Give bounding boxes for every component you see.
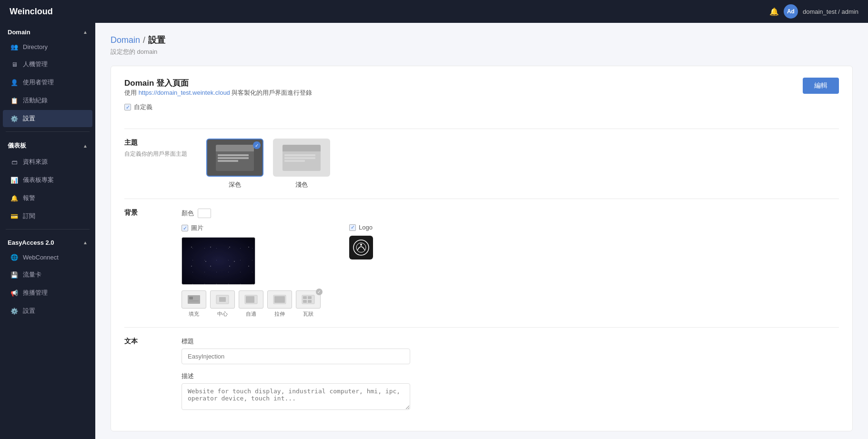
layout-center[interactable]: 中心 (210, 290, 235, 318)
layout-tile[interactable]: 瓦狀 ✓ (296, 290, 321, 318)
sidebar-item-subscription[interactable]: 💳 訂閱 (3, 208, 92, 225)
avatar: Ad (784, 4, 798, 19)
subtitle-prefix: 使用 (124, 89, 139, 96)
subscription-icon: 💳 (10, 213, 18, 220)
theme-dark-preview: ✓ (206, 139, 263, 177)
bg-image-col: ✓ 圖片 (182, 224, 321, 318)
svg-rect-13 (308, 300, 312, 303)
sidebar-item-dashboard-project[interactable]: 📊 儀表板專案 (3, 171, 92, 189)
line2 (218, 157, 249, 159)
center-icon (215, 294, 230, 305)
layout-fill[interactable]: 填充 (182, 290, 206, 318)
directory-icon: 👥 (10, 43, 18, 50)
svg-rect-11 (308, 296, 312, 299)
theme-lines-light (283, 153, 321, 163)
desc-form-group: 描述 (182, 372, 410, 412)
user-info: 🔔 Ad domain_test / admin (769, 4, 858, 19)
sidebar-item-data-source[interactable]: 🗃 資料來源 (3, 153, 92, 170)
theme-lines (216, 153, 254, 163)
theme-dark[interactable]: ✓ 深色 (206, 139, 263, 189)
stretch-label: 拉伸 (274, 310, 285, 318)
custom-checkbox[interactable]: ✓ (124, 104, 131, 110)
tile-label: 瓦狀 (303, 310, 313, 318)
center-box (210, 290, 235, 309)
sidebar-item-activity-log[interactable]: 📋 活動紀錄 (3, 92, 92, 109)
logo-checkbox[interactable]: ✓ (349, 224, 356, 231)
stretch-box (267, 290, 292, 309)
color-picker[interactable] (198, 209, 211, 218)
divider-1 (6, 131, 90, 132)
theme-selected-check: ✓ (253, 141, 261, 149)
dashboard-icon: 📊 (10, 177, 18, 184)
card-subtitle: 使用 https://domain_test.weintek.cloud 與客製… (124, 89, 312, 97)
sidebar-section-easyaccess: EasyAccess 2.0 ▲ (0, 233, 95, 249)
card-title: Domain 登入頁面 (124, 78, 312, 89)
breadcrumb-separator: / (143, 35, 145, 45)
auto-box (239, 290, 263, 309)
fill-label: 填充 (189, 310, 199, 318)
title-form-group: 標題 (182, 337, 410, 364)
logo-checkbox-row: ✓ Logo (349, 224, 373, 231)
theme-bar-light (283, 145, 321, 151)
text-section-label: 文本 (124, 337, 162, 346)
center-label: 中心 (217, 310, 228, 318)
breadcrumb-parent[interactable]: Domain (111, 35, 140, 45)
theme-dark-label: 深色 (229, 180, 241, 189)
main-content: Domain / 設置 設定您的 domain Domain 登入頁面 使用 h… (95, 23, 868, 439)
alert-icon: 🔔 (10, 195, 18, 202)
auto-label: 自適 (246, 310, 256, 318)
sidebar-item-alert[interactable]: 🔔 報警 (3, 190, 92, 207)
sidebar-section-dashboard: 儀表板 ▲ (0, 136, 95, 153)
settings-icon: ⚙️ (10, 115, 18, 122)
fill-box (182, 290, 206, 309)
bg-label: 背景 (124, 209, 162, 217)
divider-2 (6, 229, 90, 229)
color-label: 顏色 (182, 209, 194, 218)
layout-auto[interactable]: 自適 (239, 290, 263, 318)
desc-textarea[interactable] (182, 383, 410, 410)
notification-icon[interactable]: 🔔 (769, 7, 779, 16)
svg-rect-6 (246, 296, 254, 303)
data-source-icon: 🗃 (10, 159, 18, 166)
sidebar-item-ea-settings[interactable]: ⚙️ 設置 (3, 302, 92, 319)
sidebar-item-machine-mgmt[interactable]: 🖥 人機管理 (3, 56, 92, 73)
edit-button[interactable]: 編輯 (803, 78, 839, 94)
subtitle-suffix: 與客製化的用戶界面進行登錄 (230, 89, 313, 96)
image-checkbox[interactable]: ✓ (182, 225, 188, 231)
logo-col: ✓ Logo (349, 224, 373, 259)
subtitle-url[interactable]: https://domain_test.weintek.cloud (139, 89, 230, 96)
color-row: 顏色 (182, 209, 839, 218)
desc-label: 描述 (182, 372, 410, 380)
layout-options: 填充 中心 (182, 290, 321, 318)
title-label: 標題 (182, 337, 410, 346)
breadcrumb-subtitle: 設定您的 domain (111, 48, 853, 56)
user-icon: 👤 (10, 79, 18, 86)
sidebar-item-user-mgmt[interactable]: 👤 使用者管理 (3, 74, 92, 91)
theme-light-label: 淺色 (295, 180, 308, 189)
settings-card: Domain 登入頁面 使用 https://domain_test.weint… (111, 66, 853, 431)
custom-checkbox-row: ✓ 自定義 (124, 103, 312, 111)
sidebar-item-webconnect[interactable]: 🌐 WebConnect (3, 249, 92, 265)
title-input[interactable] (182, 349, 410, 364)
theme-light[interactable]: 淺色 (273, 139, 330, 189)
layout-stretch[interactable]: 拉伸 (267, 290, 292, 318)
line3 (218, 160, 238, 162)
custom-checkbox-label: 自定義 (134, 103, 152, 111)
auto-icon (244, 294, 258, 305)
sidebar-item-broadcast-mgmt[interactable]: 📢 推播管理 (3, 284, 92, 301)
theme-dark-inner (216, 145, 254, 171)
logo-svg (353, 239, 370, 256)
card-header: Domain 登入頁面 使用 https://domain_test.weint… (124, 78, 839, 119)
theme-bar (216, 145, 254, 151)
sidebar-item-traffic-card[interactable]: 💾 流量卡 (3, 266, 92, 283)
breadcrumb-current: 設置 (148, 34, 165, 46)
lline2 (284, 157, 315, 159)
divider-text (124, 327, 839, 328)
app-logo: Weincloud (10, 7, 53, 17)
image-label: 圖片 (191, 224, 203, 232)
svg-point-16 (360, 244, 362, 246)
chevron-up-icon-3: ▲ (83, 240, 88, 245)
tile-badge: ✓ (316, 289, 323, 295)
sidebar-item-settings[interactable]: ⚙️ 設置 (3, 110, 92, 127)
sidebar-item-directory[interactable]: 👥 Directory (3, 39, 92, 55)
